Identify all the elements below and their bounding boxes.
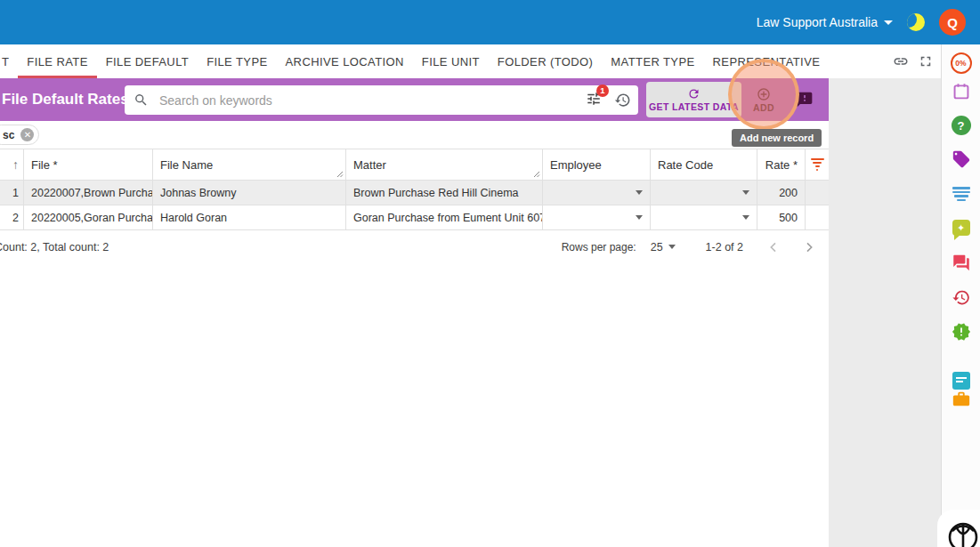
tag-icon[interactable]: [952, 149, 971, 169]
rows-per-page-value: 25: [651, 241, 663, 253]
dark-mode-moon-icon[interactable]: [907, 13, 925, 31]
previous-page-button[interactable]: [763, 237, 784, 258]
column-resize-handle[interactable]: [533, 171, 540, 178]
data-grid: ↑ File * File Name Matter Employee Rate …: [0, 149, 829, 230]
row-number: 2: [0, 205, 24, 229]
cell-employee[interactable]: [543, 181, 651, 205]
tab-archive-location[interactable]: ARCHIVE LOCATION: [277, 44, 413, 78]
cell-file[interactable]: 20220005,Goran Purchas..: [24, 205, 153, 229]
chevron-down-icon: [884, 20, 893, 25]
briefcase-icon[interactable]: [952, 390, 971, 409]
filter-settings-button[interactable]: 1: [586, 91, 602, 110]
filter-count-badge: 1: [596, 84, 609, 97]
tab-folder-todo[interactable]: FOLDER (TODO): [489, 44, 603, 78]
row-number: 1: [0, 181, 24, 205]
new-message-icon[interactable]: ✦: [952, 220, 970, 236]
chat-icon[interactable]: [952, 253, 970, 272]
grid-toolbar: File Default Rates 1 GET LATEST DATA ADD: [0, 78, 829, 121]
get-latest-data-label: GET LATEST DATA: [649, 101, 739, 112]
alert-burst-icon[interactable]: [952, 322, 971, 342]
history-icon[interactable]: [952, 288, 970, 307]
cell-rate-code[interactable]: [651, 205, 757, 229]
column-resize-handle[interactable]: [336, 171, 344, 178]
add-label: ADD: [753, 102, 774, 113]
header-matter[interactable]: Matter: [346, 149, 543, 180]
header-rate-code[interactable]: Rate Code: [651, 149, 757, 180]
chevron-right-icon: [802, 240, 816, 254]
top-bar: Law Support Australia Q: [0, 0, 980, 44]
cell-file-name[interactable]: Johnas Browny: [153, 181, 346, 205]
rows-per-page-label: Rows per page:: [562, 241, 636, 253]
tab-file-unit[interactable]: FILE UNIT: [413, 44, 489, 78]
refresh-icon: [687, 87, 701, 101]
accessibility-widget[interactable]: [937, 510, 980, 547]
pagination-range: 1-2 of 2: [706, 241, 743, 253]
cell-rate[interactable]: 200: [757, 181, 806, 205]
chevron-down-icon: [668, 245, 676, 249]
usage-percent-icon[interactable]: 0%: [951, 52, 972, 74]
accessibility-wheel-icon: [945, 518, 980, 547]
grid-footer: Count: 2, Total count: 2 Rows per page: …: [0, 230, 829, 263]
next-page-button[interactable]: [798, 237, 820, 258]
add-tooltip: Add new record: [732, 129, 822, 147]
content-panel: File Default Rates 1 GET LATEST DATA ADD: [0, 78, 829, 547]
header-employee[interactable]: Employee: [543, 149, 651, 180]
link-icon[interactable]: [893, 53, 909, 69]
usage-percent-value: 0%: [955, 59, 966, 68]
tab-matter-type[interactable]: MATTER TYPE: [602, 44, 703, 78]
filter-chip-label: sc: [3, 129, 14, 141]
cell-dropdown-icon[interactable]: [636, 215, 643, 220]
page-title: File Default Rates: [2, 91, 129, 109]
cell-matter[interactable]: Goran Purchase from Eument Unit 607 152: [346, 205, 543, 229]
tab-cutoff[interactable]: T: [0, 44, 18, 78]
filter-chip-row: sc ✕: [0, 121, 829, 149]
chip-close-icon[interactable]: ✕: [20, 128, 34, 141]
cell-matter[interactable]: Brown Purchase Red Hill Cinema: [346, 181, 543, 205]
calendar-icon[interactable]: [952, 82, 970, 101]
chevron-left-icon: [766, 240, 781, 254]
account-menu[interactable]: Law Support Australia: [757, 15, 893, 29]
right-sidebar: 0% ? ✦: [941, 44, 980, 547]
search-icon: [134, 93, 149, 108]
search-history-icon[interactable]: [614, 92, 631, 109]
cell-dropdown-icon[interactable]: [742, 190, 749, 195]
table-row: 1 20220007,Brown Purchas. Johnas Browny …: [0, 181, 829, 205]
avatar[interactable]: Q: [939, 9, 966, 36]
notes-icon[interactable]: [952, 187, 970, 201]
tab-file-default[interactable]: FILE DEFAULT: [97, 44, 198, 78]
app-window: Law Support Australia Q T FILE RATE FILE…: [0, 0, 980, 547]
feedback-icon[interactable]: [796, 91, 814, 109]
search-box: 1: [125, 85, 638, 115]
table-row: 2 20220005,Goran Purchas.. Harold Goran …: [0, 205, 829, 230]
sort-arrow-icon[interactable]: ↑: [12, 157, 19, 172]
cell-file[interactable]: 20220007,Brown Purchas.: [24, 181, 153, 205]
avatar-letter: Q: [947, 15, 958, 30]
record-count: Count: 2, Total count: 2: [0, 241, 109, 253]
header-file[interactable]: File *: [24, 149, 153, 180]
cell-dropdown-icon[interactable]: [742, 215, 749, 220]
fullscreen-icon[interactable]: [918, 53, 934, 69]
cell-file-name[interactable]: Harold Goran: [153, 205, 346, 229]
grid-header-row: ↑ File * File Name Matter Employee Rate …: [0, 149, 829, 181]
tab-file-type[interactable]: FILE TYPE: [198, 44, 276, 78]
cell-employee[interactable]: [543, 205, 651, 229]
add-button[interactable]: ADD: [746, 82, 782, 117]
header-file-name[interactable]: File Name: [153, 149, 346, 180]
cell-rate-code[interactable]: [651, 181, 757, 205]
cell-rate[interactable]: 500: [757, 205, 806, 229]
tab-file-rate[interactable]: FILE RATE: [18, 44, 96, 78]
account-name: Law Support Australia: [757, 15, 878, 29]
search-input[interactable]: [159, 93, 586, 108]
help-glyph: ?: [958, 119, 965, 133]
column-filter-icon[interactable]: [811, 158, 824, 171]
tab-representative[interactable]: REPRESENTATIVE: [704, 44, 830, 78]
get-latest-data-button[interactable]: GET LATEST DATA: [646, 82, 741, 117]
help-icon[interactable]: ?: [952, 116, 971, 135]
filter-chip[interactable]: sc ✕: [0, 125, 39, 145]
header-rate[interactable]: Rate *: [757, 149, 806, 180]
cell-dropdown-icon[interactable]: [636, 190, 643, 195]
add-circle-icon: [757, 87, 771, 101]
event-note-icon[interactable]: [952, 372, 970, 390]
rows-per-page-select[interactable]: 25: [651, 241, 676, 253]
tab-bar: T FILE RATE FILE DEFAULT FILE TYPE ARCHI…: [0, 44, 941, 78]
